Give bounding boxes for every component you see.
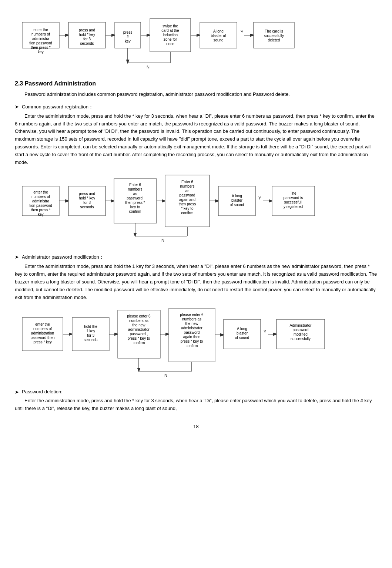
svg-text:induction: induction — [163, 33, 178, 37]
bullet2-arrow: ➤ — [15, 254, 19, 260]
diagram2-svg: enter the numbers of administra tion pas… — [19, 171, 381, 245]
svg-text:the       new: the new — [132, 323, 145, 327]
svg-text:administrator: administrator — [181, 326, 202, 330]
svg-text:confirm: confirm — [181, 211, 194, 215]
svg-text:of sound: of sound — [230, 203, 244, 207]
svg-text:card at the: card at the — [161, 28, 179, 33]
svg-text:again then: again then — [183, 335, 201, 339]
svg-text:for     3: for 3 — [87, 333, 94, 337]
svg-text:numbers   of: numbers of — [31, 195, 50, 199]
svg-text:hold  the: hold the — [84, 325, 97, 329]
bullet3-arrow: ➤ — [15, 389, 19, 395]
svg-text:password ,: password , — [130, 332, 148, 336]
svg-text:1    key: 1 key — [86, 329, 95, 333]
svg-text:N: N — [161, 238, 164, 242]
svg-text:N: N — [147, 65, 150, 69]
bullet1-label: Common password registration： — [22, 104, 93, 110]
bullet1-body: Enter the administration mode, press and… — [15, 112, 377, 167]
diagram1-svg: enter the numbers of administra tion pas… — [19, 11, 381, 70]
svg-text:please enter 6: please enter 6 — [180, 313, 204, 317]
svg-text:sound: sound — [213, 38, 223, 42]
svg-text:confirm: confirm — [186, 344, 198, 348]
svg-text:confirm: confirm — [129, 209, 141, 214]
svg-text:password then: password then — [30, 336, 54, 340]
svg-text:blaster: blaster — [237, 331, 248, 335]
svg-text:once: once — [166, 42, 174, 46]
bullet2-header: ➤ Administrator password modification： — [15, 254, 377, 261]
svg-text:press   and: press and — [79, 192, 95, 196]
svg-text:zone for: zone for — [164, 37, 177, 41]
svg-text:as: as — [133, 192, 137, 196]
svg-text:the       new: the new — [185, 322, 198, 326]
svg-text:seconds: seconds — [80, 41, 94, 46]
svg-text:enter      the: enter the — [33, 190, 48, 194]
svg-text:successfully: successfully — [291, 337, 311, 341]
svg-text:The: The — [290, 191, 296, 195]
svg-text:y registered: y registered — [284, 205, 303, 209]
svg-text:administrator: administrator — [128, 327, 150, 332]
svg-text:tion password: tion password — [29, 41, 52, 45]
svg-text:hold * key: hold * key — [79, 196, 95, 200]
svg-text:A long: A long — [213, 29, 224, 33]
section-intro: Password administration includes common … — [15, 91, 377, 98]
svg-text:key: key — [38, 212, 44, 216]
svg-text:password: password — [293, 328, 309, 332]
svg-text:A long: A long — [237, 327, 247, 331]
svg-text:press * key to: press * key to — [128, 336, 150, 340]
page-number: 18 — [15, 424, 377, 429]
svg-text:The card is: The card is — [265, 29, 283, 33]
svg-text:again and: again and — [179, 198, 195, 202]
bullet1-header: ➤ Common password registration： — [15, 104, 377, 110]
svg-text:Administrator: Administrator — [290, 323, 312, 327]
bullet3-body: Enter the administration mode, press and… — [15, 397, 377, 413]
svg-text:press: press — [123, 30, 132, 34]
svg-text:hold * key: hold * key — [79, 33, 95, 37]
svg-text:successfully: successfully — [264, 34, 284, 38]
svg-text:numbers    as: numbers as — [129, 319, 148, 323]
svg-text:numbers   of: numbers of — [31, 32, 50, 36]
svg-text:blaster of: blaster of — [211, 34, 226, 38]
diagram3-container: enter the numbers of administration pass… — [19, 306, 377, 382]
svg-text:numbers    as: numbers as — [182, 317, 201, 321]
svg-text:deleted: deleted — [268, 38, 280, 42]
svg-text:password,: password, — [127, 196, 144, 200]
svg-text:administra: administra — [32, 37, 50, 41]
svg-text:seconds: seconds — [80, 205, 94, 209]
svg-text:of sound: of sound — [235, 336, 249, 340]
svg-text:press   and: press and — [79, 28, 95, 32]
svg-text:then press *: then press * — [125, 201, 145, 205]
svg-text:administration: administration — [31, 331, 54, 335]
svg-text:successfull: successfull — [284, 200, 302, 204]
svg-text:password is: password is — [284, 196, 303, 200]
svg-text:numbers: numbers — [128, 187, 143, 191]
svg-text:key    to: key to — [130, 205, 140, 209]
svg-text:N: N — [164, 373, 167, 377]
diagram2-container: enter the numbers of administra tion pas… — [19, 171, 377, 246]
svg-text:seconds: seconds — [84, 338, 97, 342]
svg-text:then press *: then press * — [31, 46, 50, 50]
svg-text:swipe the: swipe the — [163, 24, 178, 28]
diagram1-container: enter the numbers of administra tion pas… — [19, 11, 377, 71]
svg-text:A long: A long — [232, 194, 242, 198]
section-title: 2.3 Password Administration — [15, 80, 377, 87]
svg-text:password: password — [184, 330, 200, 335]
svg-text:blaster: blaster — [231, 198, 243, 202]
svg-text:password: password — [180, 193, 195, 197]
bullet3-label: Password deletion: — [22, 389, 63, 394]
svg-text:enter      the: enter the — [35, 322, 50, 326]
svg-text:Y: Y — [241, 30, 244, 34]
svg-text:numbers   of: numbers of — [33, 327, 52, 331]
svg-text:Enter   6: Enter 6 — [129, 183, 141, 187]
svg-text:Y: Y — [258, 196, 261, 200]
svg-text:then press: then press — [179, 202, 196, 206]
svg-text:for         3: for 3 — [83, 201, 91, 205]
svg-text:press * key to: press * key to — [181, 339, 203, 343]
svg-text:enter      the: enter the — [33, 28, 48, 32]
bullet2-label: Administrator password modification： — [22, 254, 104, 261]
svg-text:administra: administra — [32, 199, 50, 203]
svg-text:#: # — [127, 35, 129, 39]
svg-text:key: key — [38, 50, 44, 54]
svg-text:tion password: tion password — [29, 204, 52, 208]
svg-text:* key  to: * key to — [181, 206, 194, 211]
svg-text:then press *: then press * — [31, 208, 50, 212]
